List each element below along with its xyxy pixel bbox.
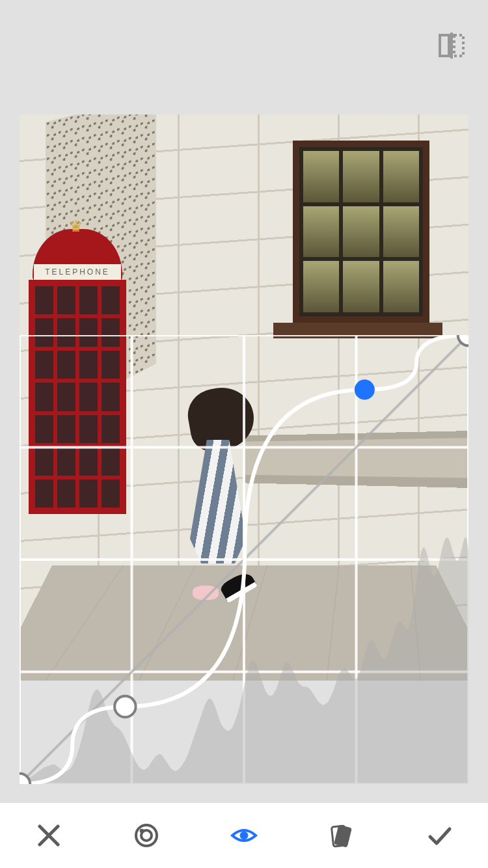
curves-overlay[interactable]	[20, 335, 468, 784]
svg-rect-0	[440, 35, 449, 56]
photo-window	[293, 141, 429, 323]
cancel-button[interactable]	[31, 817, 67, 854]
eye-icon	[230, 821, 258, 850]
lens-icon	[132, 821, 161, 850]
svg-rect-2	[454, 35, 463, 56]
curve-point-selected[interactable]	[356, 381, 373, 398]
channel-button[interactable]	[128, 817, 165, 854]
check-icon	[425, 821, 454, 850]
bottom-toolbar	[0, 803, 488, 868]
curves-svg[interactable]	[20, 335, 468, 784]
svg-point-17	[140, 829, 144, 833]
top-bar	[0, 0, 488, 91]
preview-button[interactable]	[226, 817, 262, 854]
phonebox-label: TELEPHONE	[34, 264, 121, 280]
curve-point[interactable]	[115, 696, 135, 717]
compare-button[interactable]	[436, 30, 467, 61]
card-icon	[327, 821, 356, 850]
apply-button[interactable]	[421, 817, 457, 854]
compare-icon	[436, 30, 467, 61]
svg-rect-19	[334, 825, 352, 847]
presets-button[interactable]	[323, 817, 360, 854]
close-icon	[34, 821, 63, 850]
svg-point-18	[240, 832, 248, 839]
svg-point-15	[136, 825, 157, 846]
